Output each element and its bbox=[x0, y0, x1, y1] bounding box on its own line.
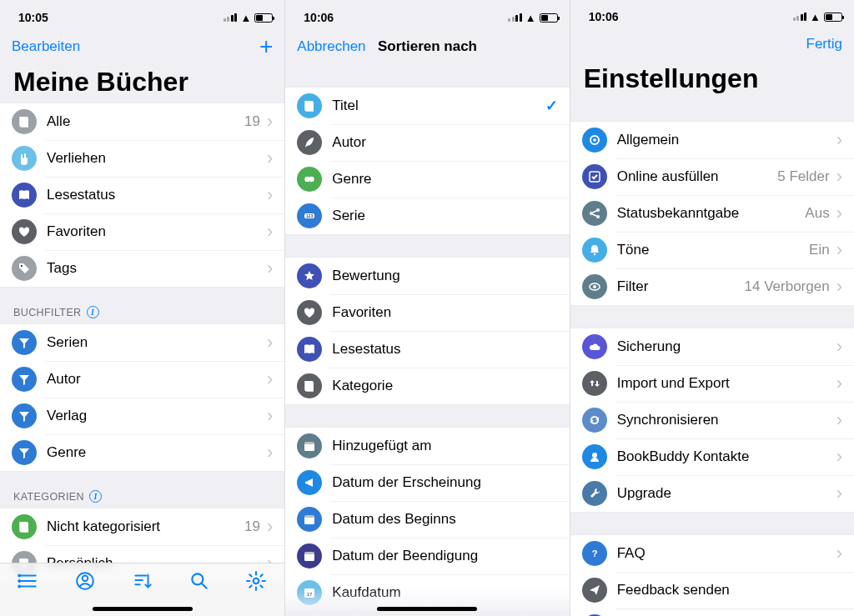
status-time: 10:06 bbox=[589, 10, 619, 23]
chevron-right-icon: › bbox=[267, 333, 273, 352]
list-row[interactable]: Verlag› bbox=[0, 398, 284, 434]
list-row[interactable]: Verliehen› bbox=[0, 140, 284, 177]
info-icon[interactable]: i bbox=[89, 490, 102, 503]
list-row[interactable]: Hinzugefügt am bbox=[285, 428, 569, 464]
add-button[interactable]: + bbox=[259, 35, 273, 58]
row-label: Feedback senden bbox=[617, 582, 842, 598]
list-row[interactable]: Alle19› bbox=[0, 103, 284, 140]
funnel-icon bbox=[12, 440, 37, 465]
sort-group-3: Hinzugefügt amDatum der ErscheinungDatum… bbox=[285, 427, 569, 612]
list-row[interactable]: Kaufdatum bbox=[285, 574, 569, 611]
row-label: Upgrade bbox=[617, 485, 836, 502]
list-row[interactable]: Allgemein› bbox=[570, 122, 854, 158]
list-row[interactable]: Kategorie bbox=[285, 368, 569, 404]
chevron-right-icon: › bbox=[267, 149, 273, 168]
info-icon[interactable]: i bbox=[87, 306, 99, 318]
quill-icon bbox=[297, 130, 322, 155]
list-row[interactable]: Favoriten bbox=[285, 294, 569, 331]
list-row[interactable]: Filter14 Verborgen› bbox=[570, 268, 854, 305]
chevron-right-icon: › bbox=[836, 168, 842, 186]
row-label: Online ausfüllen bbox=[617, 168, 778, 185]
list-row[interactable]: Online ausfüllen5 Felder› bbox=[570, 158, 854, 195]
list-row[interactable]: Serien› bbox=[0, 324, 284, 361]
chevron-right-icon: › bbox=[267, 370, 273, 388]
list-row[interactable]: Genre bbox=[285, 161, 569, 198]
row-detail: Aus bbox=[805, 205, 829, 222]
svg-point-28 bbox=[254, 578, 259, 584]
tab-settings[interactable] bbox=[245, 570, 267, 595]
list-row[interactable]: Import und Export› bbox=[570, 365, 854, 402]
list-row[interactable]: Autor› bbox=[0, 361, 284, 398]
list-row[interactable]: Synchronisieren› bbox=[570, 402, 854, 438]
edit-button[interactable]: Bearbeiten bbox=[12, 38, 80, 55]
row-label: Verliehen bbox=[47, 150, 267, 167]
list-row[interactable]: Datum des Beginns bbox=[285, 501, 569, 538]
tab-list[interactable] bbox=[18, 570, 39, 595]
list-row[interactable]: Datum der Erscheinung bbox=[285, 464, 569, 501]
list-row[interactable]: StatusbekanntgabeAus› bbox=[570, 195, 854, 232]
tab-search[interactable] bbox=[188, 570, 210, 595]
chevron-right-icon: › bbox=[267, 259, 273, 278]
tab-sort[interactable] bbox=[132, 570, 153, 595]
svg-point-26 bbox=[83, 576, 88, 582]
horn-icon bbox=[297, 470, 322, 495]
row-label: BookBuddy Kontakte bbox=[617, 448, 836, 465]
row-label: Allgemein bbox=[617, 132, 836, 148]
done-button[interactable]: Fertig bbox=[806, 36, 842, 53]
list-row[interactable]: Genre› bbox=[0, 434, 284, 471]
list-row[interactable]: TöneEin› bbox=[570, 232, 854, 268]
list-row[interactable]: Lesestatus bbox=[285, 331, 569, 368]
row-detail: 5 Felder bbox=[777, 168, 829, 185]
tab-account[interactable] bbox=[74, 570, 96, 595]
row-label: Favoriten bbox=[47, 223, 267, 240]
battery-icon bbox=[254, 13, 273, 23]
list-row[interactable]: Datum der Beendigung bbox=[285, 538, 569, 574]
filter-list: Serien›Autor›Verlag›Genre› bbox=[0, 323, 284, 472]
list-row[interactable]: Upgrade› bbox=[570, 475, 854, 512]
row-label: Hinzugefügt am bbox=[332, 438, 557, 454]
row-label: Kaufdatum bbox=[332, 584, 557, 601]
checkmark-icon: ✓ bbox=[545, 97, 558, 115]
row-label: Serie bbox=[332, 208, 557, 224]
row-detail: 19 bbox=[244, 113, 260, 130]
list-row[interactable]: Lesestatus› bbox=[0, 177, 284, 213]
list-row[interactable]: Titel✓ bbox=[285, 88, 569, 124]
row-label: Serien bbox=[47, 334, 267, 351]
list-row[interactable]: Sicherung› bbox=[570, 328, 854, 365]
wrench-icon bbox=[582, 481, 607, 506]
chevron-right-icon: › bbox=[836, 484, 842, 503]
sync-icon bbox=[582, 408, 607, 433]
page-title: Meine Bücher bbox=[0, 65, 284, 103]
svg-point-22 bbox=[18, 574, 21, 577]
row-label: Datum des Beginns bbox=[332, 511, 557, 528]
sort-group-2: BewertungFavoritenLesestatusKategorie bbox=[285, 257, 569, 405]
book-icon bbox=[297, 373, 322, 398]
list-row[interactable]: Bewertung bbox=[285, 258, 569, 294]
list-row[interactable]: FAQ› bbox=[570, 535, 854, 572]
num-icon bbox=[297, 203, 322, 228]
settings-group-2: Sicherung›Import und Export›Synchronisie… bbox=[570, 328, 854, 513]
list-row[interactable]: Tags› bbox=[0, 250, 284, 287]
list-row[interactable]: Favoriten› bbox=[0, 213, 284, 250]
row-label: Sicherung bbox=[617, 338, 836, 355]
row-label: Tags bbox=[47, 260, 267, 277]
list-row[interactable]: BookBuddy Kontakte› bbox=[570, 438, 854, 475]
chevron-right-icon: › bbox=[836, 544, 842, 563]
funnel-icon bbox=[12, 403, 37, 428]
row-label: Alle bbox=[47, 113, 244, 130]
list-row[interactable]: Serie bbox=[285, 198, 569, 234]
star-icon bbox=[297, 263, 322, 288]
signal-icon bbox=[508, 13, 522, 22]
list-row[interactable]: Folgen Sie uns auf Facebook bbox=[570, 608, 854, 616]
chevron-right-icon: › bbox=[267, 443, 273, 462]
chevron-right-icon: › bbox=[836, 448, 842, 466]
page-title: Einstellungen bbox=[570, 62, 854, 99]
open-icon bbox=[12, 183, 37, 208]
list-row[interactable]: Feedback senden bbox=[570, 572, 854, 608]
send-icon bbox=[582, 578, 607, 603]
row-label: Datum der Erscheinung bbox=[332, 474, 557, 491]
cancel-button[interactable]: Abbrechen bbox=[297, 38, 365, 55]
list-row[interactable]: Autor bbox=[285, 124, 569, 161]
row-label: Titel bbox=[332, 98, 545, 114]
list-row[interactable]: Nicht kategorisiert19› bbox=[0, 508, 284, 545]
